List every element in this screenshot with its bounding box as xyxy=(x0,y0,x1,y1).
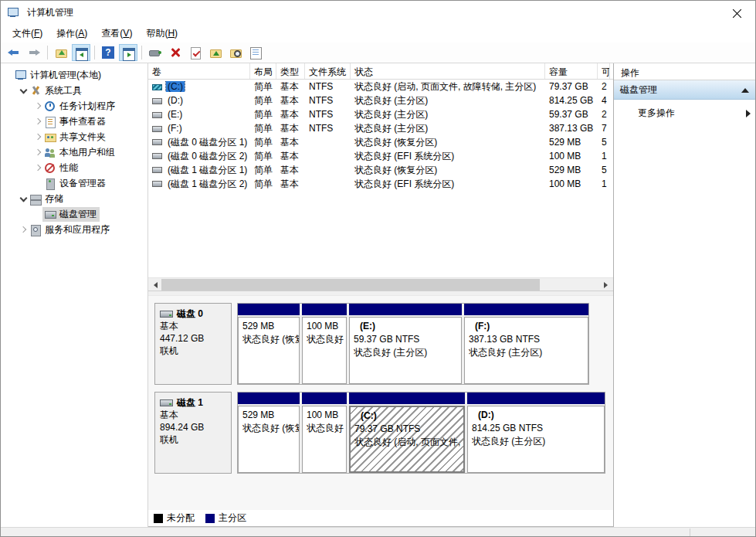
column-header-文件系统[interactable]: 文件系统 xyxy=(305,63,351,79)
minimize-button[interactable] xyxy=(649,1,684,24)
tree-item-device-manager[interactable]: 设备管理器 xyxy=(1,175,147,191)
partition-body[interactable]: 529 MB状态良好 (恢复分区) xyxy=(238,406,300,473)
pane-splitter[interactable] xyxy=(148,291,613,296)
volume-type-cell: 基本 xyxy=(276,122,305,135)
tree-item-task-scheduler[interactable]: 任务计划程序 xyxy=(1,98,147,114)
help-button[interactable] xyxy=(99,44,117,61)
volume-status-cell: 状态良好 (EFI 系统分区) xyxy=(351,150,545,163)
horizontal-scrollbar[interactable] xyxy=(148,277,613,291)
close-button[interactable] xyxy=(720,1,755,24)
partition-e[interactable]: (E:)59.37 GB NTFS状态良好 (主分区) xyxy=(349,304,462,384)
volume-row[interactable]: (磁盘 1 磁盘分区 2)简单基本状态良好 (EFI 系统分区)100 MB1 xyxy=(148,177,613,191)
disk-label-0[interactable]: 磁盘 0基本447.12 GB联机 xyxy=(154,303,232,385)
tree-item-system-tools[interactable]: 系统工具 xyxy=(1,83,147,98)
expander-collapsed-icon[interactable] xyxy=(33,117,42,126)
disk-state: 联机 xyxy=(160,345,226,357)
console-tree-toggle-button[interactable] xyxy=(72,44,90,61)
tree-item-local-users-groups[interactable]: 本地用户和组 xyxy=(1,144,147,160)
forward-icon xyxy=(28,46,40,59)
partition-body[interactable]: (E:)59.37 GB NTFS状态良好 (主分区) xyxy=(349,317,462,384)
volume-icon xyxy=(152,167,162,173)
volume-row[interactable]: (C:)简单基本NTFS状态良好 (启动, 页面文件, 故障转储, 主分区)79… xyxy=(148,80,613,93)
action-pane-toggle-button[interactable] xyxy=(119,44,137,61)
menu-help[interactable]: 帮助(H) xyxy=(139,25,185,42)
properties-button[interactable] xyxy=(186,44,205,61)
tree-item-disk-management[interactable]: 磁盘管理 xyxy=(1,206,147,222)
volume-row[interactable]: (磁盘 0 磁盘分区 1)简单基本状态良好 (恢复分区)529 MB5 xyxy=(148,135,613,149)
menu-action[interactable]: 操作(A) xyxy=(49,25,94,42)
partition-c[interactable]: (C:)79.37 GB NTFS状态良好 (启动, 页面文件, 故障转储, 主… xyxy=(349,393,465,473)
column-header-容量[interactable]: 容量 xyxy=(545,63,598,79)
column-header-类型[interactable]: 类型 xyxy=(276,63,305,79)
partition-d[interactable]: (D:)814.25 GB NTFS状态良好 (主分区) xyxy=(467,393,605,473)
maximize-button[interactable] xyxy=(684,1,720,24)
volume-row[interactable]: (E:)简单基本NTFS状态良好 (主分区)59.37 GB2 xyxy=(148,107,613,121)
menu-file[interactable]: 文件(F) xyxy=(5,25,49,42)
partition-f[interactable]: (F:)387.13 GB NTFS状态良好 (主分区) xyxy=(464,304,588,384)
volume-status-cell: 状态良好 (EFI 系统分区) xyxy=(351,178,545,191)
tree-item-shared-folders[interactable]: 共享文件夹 xyxy=(1,129,147,144)
partition-status: 状态良好 (EFI 系统分区) xyxy=(307,333,342,346)
tree-item-computer-management[interactable]: 计算机管理(本地) xyxy=(1,67,147,83)
partition-disk1-recovery[interactable]: 529 MB状态良好 (恢复分区) xyxy=(238,393,300,473)
expander-collapsed-icon[interactable] xyxy=(33,163,42,172)
tree-item-event-viewer[interactable]: 事件查看器 xyxy=(1,114,147,129)
scrollbar-thumb[interactable] xyxy=(161,279,540,291)
tree-item-performance[interactable]: 性能 xyxy=(1,160,147,175)
action-section-disk-management[interactable]: 磁盘管理 xyxy=(614,80,755,100)
volume-layout-cell: 简单 xyxy=(250,178,276,191)
volume-row[interactable]: (F:)简单基本NTFS状态良好 (主分区)387.13 GB7 xyxy=(148,121,613,135)
volume-name-cell: (D:) xyxy=(148,95,250,106)
partition-body[interactable]: 529 MB状态良好 (恢复分区) xyxy=(238,317,300,384)
tree-item-services-applications[interactable]: 服务和应用程序 xyxy=(1,222,147,237)
partition-body[interactable]: 100 MB状态良好 (EFI 系统分区) xyxy=(302,406,347,473)
partition-body[interactable]: (F:)387.13 GB NTFS状态良好 (主分区) xyxy=(464,317,588,384)
tree-item-label: 计算机管理(本地) xyxy=(30,69,101,82)
volume-row[interactable]: (D:)简单基本NTFS状态良好 (主分区)814.25 GB4 xyxy=(148,93,613,107)
expander-collapsed-icon[interactable] xyxy=(33,148,42,157)
action-section-label: 磁盘管理 xyxy=(620,83,657,97)
delete-volume-button[interactable] xyxy=(166,44,185,61)
scroll-left-arrow-icon[interactable] xyxy=(148,278,161,291)
forward-button[interactable] xyxy=(25,44,43,61)
volume-name: (磁盘 0 磁盘分区 1) xyxy=(166,137,249,148)
expander-collapsed-icon[interactable] xyxy=(33,101,42,110)
column-header-布局[interactable]: 布局 xyxy=(250,63,276,79)
up-level-button[interactable] xyxy=(52,44,70,61)
partition-disk1-efi[interactable]: 100 MB状态良好 (EFI 系统分区) xyxy=(302,393,347,473)
open-folder-button[interactable] xyxy=(206,44,225,61)
partition-body[interactable]: (C:)79.37 GB NTFS状态良好 (启动, 页面文件, 故障转储, 主… xyxy=(349,406,465,473)
column-header-卷[interactable]: 卷 xyxy=(148,63,250,79)
back-button[interactable] xyxy=(5,44,23,61)
volume-name: (F:) xyxy=(166,123,184,134)
partition-body[interactable]: (D:)814.25 GB NTFS状态良好 (主分区) xyxy=(467,406,605,473)
tree-item-content: 任务计划程序 xyxy=(42,99,118,114)
submenu-arrow-icon xyxy=(744,110,752,117)
disk-label-1[interactable]: 磁盘 1基本894.24 GB联机 xyxy=(154,392,232,474)
volume-status-cell: 状态良好 (主分区) xyxy=(351,122,545,135)
partition-title: (D:) xyxy=(472,409,600,422)
scroll-right-arrow-icon[interactable] xyxy=(600,278,613,291)
partition-body[interactable]: 100 MB状态良好 (EFI 系统分区) xyxy=(302,317,347,384)
more-actions-item[interactable]: 更多操作 xyxy=(614,104,755,123)
expander-expanded-icon[interactable] xyxy=(19,194,28,203)
tree-item-label: 事件查看器 xyxy=(59,115,106,128)
disk-row-0: 磁盘 0基本447.12 GB联机529 MB状态良好 (恢复分区)100 MB… xyxy=(154,303,613,385)
expander-expanded-icon[interactable] xyxy=(19,86,28,95)
column-header-状态[interactable]: 状态 xyxy=(351,63,545,79)
explore-folder-button[interactable] xyxy=(226,44,245,61)
legend-label: 未分配 xyxy=(167,512,195,525)
volume-row[interactable]: (磁盘 0 磁盘分区 2)简单基本状态良好 (EFI 系统分区)100 MB1 xyxy=(148,149,613,163)
partition-disk0-recovery[interactable]: 529 MB状态良好 (恢复分区) xyxy=(238,304,300,384)
rescan-disks-button[interactable] xyxy=(146,44,164,61)
column-header-可[interactable]: 可 xyxy=(598,63,610,79)
menu-view[interactable]: 查看(V) xyxy=(94,25,139,42)
partition-disk0-efi[interactable]: 100 MB状态良好 (EFI 系统分区) xyxy=(302,304,347,384)
expander-collapsed-icon[interactable] xyxy=(33,132,42,141)
volume-row[interactable]: (磁盘 1 磁盘分区 1)简单基本状态良好 (恢复分区)529 MB5 xyxy=(148,163,613,177)
expander-collapsed-icon[interactable] xyxy=(19,225,28,234)
volume-capacity-cell: 387.13 GB xyxy=(545,123,598,134)
task-list-button[interactable] xyxy=(246,44,265,61)
collapse-section-icon[interactable] xyxy=(741,87,749,93)
tree-item-storage[interactable]: 存储 xyxy=(1,191,147,206)
